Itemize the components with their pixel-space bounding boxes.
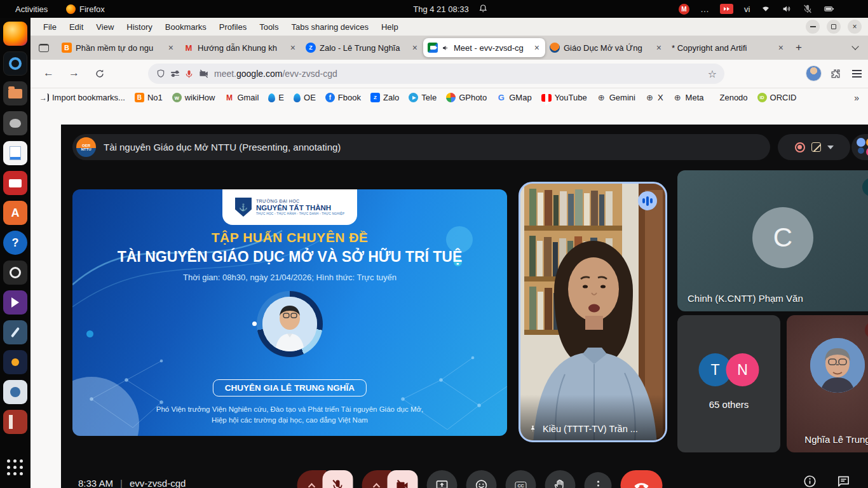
tab-gmail[interactable]: M Hướng dẫn Khung kh × <box>179 38 301 57</box>
presented-slide[interactable]: ⚓ TRƯỜNG ĐẠI HỌC NGUYỄN TẤT THÀNH THỰC H… <box>72 189 507 436</box>
system-tray[interactable]: M … vi <box>679 0 835 18</box>
dock-writer-icon[interactable] <box>3 141 27 165</box>
raise-hand-button[interactable] <box>545 470 576 488</box>
minimize-button[interactable] <box>806 20 820 34</box>
dock-browser-icon[interactable] <box>3 51 27 76</box>
dock-help-icon[interactable]: ? <box>3 231 27 255</box>
camera-off-button[interactable] <box>388 470 418 488</box>
dock-notes-icon[interactable] <box>3 320 27 344</box>
menu-bookmarks[interactable]: Bookmarks <box>165 22 207 32</box>
bookmark-oe[interactable]: OE <box>294 93 316 102</box>
bookmark-gmap[interactable]: GGMap <box>496 93 531 102</box>
dock-gimp-icon[interactable] <box>3 111 27 135</box>
bookmark-tele[interactable]: Tele <box>409 93 437 102</box>
dock-light-app-icon[interactable] <box>3 380 27 404</box>
dock-camera-icon[interactable] <box>3 261 27 285</box>
bookmark-e[interactable]: E <box>268 93 284 102</box>
bookmark-gphoto[interactable]: GPhoto <box>446 93 487 102</box>
tab-close-icon[interactable]: × <box>411 43 419 53</box>
menu-tabs-sharing-devices[interactable]: Tabs sharing devices <box>292 22 369 32</box>
tab-close-icon[interactable]: × <box>777 43 785 53</box>
bookmark-zenodo[interactable]: Zenodo <box>719 93 747 102</box>
bookmarks-overflow-icon[interactable]: » <box>854 93 859 103</box>
bookmark-youtube[interactable]: YouTube <box>541 93 587 102</box>
tab-giao-duc-mo[interactable]: Giáo Dục Mở và Ứng × <box>545 38 667 57</box>
menu-tools[interactable]: Tools <box>259 22 278 32</box>
tab-close-icon[interactable]: × <box>167 43 175 53</box>
url-bar[interactable]: meet.google.com/evv-zvsd-cgd ☆ <box>148 64 724 84</box>
dock-dictionary-icon[interactable] <box>3 410 27 434</box>
bookmark-gemini[interactable]: ⊕Gemini <box>597 93 635 102</box>
menu-profiles[interactable]: Profiles <box>219 22 247 32</box>
chevron-down-icon[interactable] <box>827 146 834 149</box>
dock-impress-icon[interactable] <box>3 171 27 195</box>
menu-edit[interactable]: Edit <box>69 22 83 32</box>
dock-app-grid-icon[interactable] <box>3 459 27 483</box>
close-button[interactable]: × <box>848 20 862 34</box>
others-tile[interactable]: T N 65 others <box>677 315 780 452</box>
permissions-icon[interactable] <box>171 72 179 76</box>
mic-permission-icon[interactable] <box>184 69 194 79</box>
meeting-details-button[interactable] <box>803 474 817 488</box>
forward-button[interactable]: → <box>69 67 79 79</box>
back-button[interactable]: ← <box>43 67 54 79</box>
annotation-off-icon[interactable] <box>811 142 821 152</box>
url-text[interactable]: meet.google.com/evv-zvsd-cgd <box>214 69 337 79</box>
leave-call-button[interactable] <box>621 470 663 488</box>
app-menu-hamburger-icon[interactable] <box>852 70 862 78</box>
activities-button[interactable]: Activities <box>15 0 48 18</box>
dock-app-a-icon[interactable]: A <box>3 201 27 225</box>
present-screen-button[interactable] <box>427 470 458 488</box>
menu-view[interactable]: View <box>96 22 114 32</box>
bookmark-no1[interactable]: BNo1 <box>135 93 163 102</box>
tab-zalo[interactable]: Z Zalo - Lê Trung Nghĩa × <box>301 38 423 57</box>
shield-icon[interactable] <box>156 69 166 79</box>
reload-button[interactable] <box>94 68 105 79</box>
reactions-button[interactable] <box>466 470 497 488</box>
tab-close-icon[interactable]: × <box>655 43 663 53</box>
mic-mute-button[interactable] <box>323 470 353 488</box>
new-tab-button[interactable]: + <box>796 41 802 54</box>
dock-firefox-icon[interactable] <box>3 22 27 46</box>
bookmark-orcid[interactable]: iDORCID <box>757 93 797 102</box>
dock-video-player-icon[interactable] <box>3 290 27 315</box>
firefox-view-button[interactable] <box>36 39 52 56</box>
extensions-puzzle-icon[interactable] <box>830 68 841 79</box>
bookmark-star-icon[interactable]: ☆ <box>708 68 717 80</box>
bookmark-zalo[interactable]: ZZalo <box>370 93 399 102</box>
menu-help[interactable]: Help <box>381 22 398 32</box>
focused-app-menu[interactable]: Firefox <box>66 0 105 18</box>
participants-pill[interactable]: N 71 <box>851 134 868 160</box>
bookmark-gmail[interactable]: MGmail <box>224 93 259 102</box>
more-options-button[interactable] <box>585 472 612 488</box>
tab-close-icon[interactable]: × <box>533 43 541 53</box>
participant-tile-chinh[interactable]: C Chinh (K.CNTT) Phạm Văn <box>677 170 868 311</box>
maximize-button[interactable] <box>827 20 841 34</box>
participant-tile-nghia[interactable]: Nghĩa Lê Trung <box>787 315 868 452</box>
tab-copyright[interactable]: * Copyright and Artifi × <box>667 38 789 57</box>
account-avatar[interactable] <box>806 65 822 81</box>
tab-close-icon[interactable]: × <box>289 43 297 53</box>
clock-menu[interactable]: Thg 4 21 08:33 <box>413 0 489 18</box>
menu-file[interactable]: File <box>43 22 57 32</box>
bookmark-meta[interactable]: ⊕Meta <box>673 93 704 102</box>
tab-list-dropdown-icon[interactable] <box>851 43 858 50</box>
audio-speaking-indicator <box>638 191 657 210</box>
bookmark-import[interactable]: →Import bookmarks... <box>39 93 125 102</box>
speaker-video-tile[interactable]: Kiều (TTTT-TV) Trần ... <box>519 182 667 442</box>
dock-navy-app-icon[interactable] <box>3 350 27 374</box>
bookmark-x[interactable]: ⊕X <box>645 93 663 102</box>
language-indicator[interactable]: vi <box>744 4 750 14</box>
dock-files-icon[interactable] <box>3 81 27 105</box>
chat-button[interactable] <box>836 474 851 488</box>
tab-meet-active[interactable]: Meet - evv-zvsd-cg × <box>423 38 545 57</box>
participant-name: Nghĩa Lê Trung <box>787 434 868 445</box>
recording-controls-pill[interactable] <box>778 134 850 160</box>
bookmark-fbook[interactable]: fFbook <box>325 93 361 102</box>
captions-button[interactable]: CC <box>506 470 536 488</box>
bookmark-wikihow[interactable]: wwikiHow <box>172 93 215 102</box>
tab-audio-icon[interactable] <box>442 44 450 52</box>
tab-blog[interactable]: B Phần mềm tự do ngu × <box>57 38 179 57</box>
menu-history[interactable]: History <box>126 22 152 32</box>
camera-blocked-icon[interactable] <box>199 69 209 79</box>
